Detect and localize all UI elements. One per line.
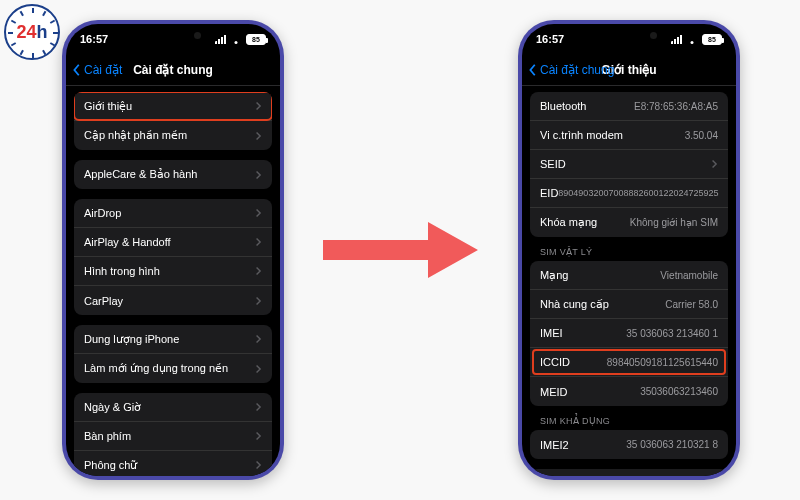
row-label: Cập nhật phần mềm xyxy=(84,129,187,142)
chevron-right-icon xyxy=(254,460,262,470)
row-label: IMEI xyxy=(540,327,563,339)
info-row[interactable]: Nhà cung cấpCarrier 58.0 xyxy=(530,290,728,319)
settings-row[interactable]: Cập nhật phần mềm xyxy=(74,121,272,150)
row-label: Bàn phím xyxy=(84,430,131,442)
chevron-right-icon xyxy=(254,131,262,141)
settings-row[interactable]: Dung lượng iPhone xyxy=(74,325,272,354)
row-label: MEID xyxy=(540,386,568,398)
row-value: Carrier 58.0 xyxy=(665,299,718,310)
settings-row[interactable]: Hình trong hình xyxy=(74,257,272,286)
settings-row[interactable]: AirPlay & Handoff xyxy=(74,228,272,257)
chevron-left-icon xyxy=(528,63,538,77)
wifi-icon xyxy=(686,35,698,44)
settings-group: Ngày & GiờBàn phímPhông chữNgôn ngữ & Vù… xyxy=(74,393,272,476)
back-label: Cài đặt xyxy=(84,63,122,77)
row-label: AppleCare & Bảo hành xyxy=(84,168,197,181)
sim-group: MạngVietnamobileNhà cung cấpCarrier 58.0… xyxy=(530,261,728,406)
info-row[interactable]: Khóa mạngKhông giới hạn SIM xyxy=(530,208,728,237)
wifi-icon xyxy=(230,35,242,44)
info-group: BluetoothE8:78:65:36:A8:A5Vi c.trình mod… xyxy=(530,92,728,237)
phone-right: 16:57 85 Cài đặt chung Giới thiệu Blueto… xyxy=(518,20,740,480)
row-label: Bluetooth xyxy=(540,100,586,112)
status-time: 16:57 xyxy=(80,33,108,45)
row-label: Vi c.trình modem xyxy=(540,129,623,141)
info-row[interactable]: ICCID89840509181125615440 xyxy=(530,348,728,377)
chevron-right-icon xyxy=(254,364,262,374)
sim2-group: IMEI235 036063 210321 8 xyxy=(530,430,728,459)
settings-row[interactable]: Làm mới ứng dụng trong nền xyxy=(74,354,272,383)
section-header: SIM KHẢ DỤNG xyxy=(522,406,736,428)
settings-row[interactable]: Bàn phím xyxy=(74,422,272,451)
info-row[interactable]: MEID35036063213460 xyxy=(530,377,728,406)
row-label: EID xyxy=(540,187,558,199)
row-label: IMEI2 xyxy=(540,439,569,451)
row-label: Khóa mạng xyxy=(540,216,597,229)
chevron-right-icon xyxy=(254,266,262,276)
info-row[interactable]: Vi c.trình modem3.50.04 xyxy=(530,121,728,150)
info-row[interactable]: SEID xyxy=(530,150,728,179)
chevron-right-icon xyxy=(254,237,262,247)
row-value: Không giới hạn SIM xyxy=(630,217,718,228)
row-value: 89840509181125615440 xyxy=(607,357,718,368)
nav-bar: Cài đặt Cài đặt chung xyxy=(66,54,280,86)
settings-row[interactable]: AppleCare & Bảo hành xyxy=(74,160,272,189)
row-value: 35036063213460 xyxy=(640,386,718,397)
settings-row[interactable]: Phông chữ xyxy=(74,451,272,476)
row-label: Mạng xyxy=(540,269,568,282)
info-row[interactable]: BluetoothE8:78:65:36:A8:A5 xyxy=(530,92,728,121)
row-label: ICCID xyxy=(540,356,570,368)
row-label: Dung lượng iPhone xyxy=(84,333,179,346)
brand-logo: 24h xyxy=(4,4,60,60)
section-header: SIM VẬT LÝ xyxy=(522,237,736,259)
chevron-right-icon xyxy=(254,334,262,344)
row-label: Nhà cung cấp xyxy=(540,298,609,311)
settings-row[interactable]: Ngày & Giờ xyxy=(74,393,272,422)
row-value: Vietnamobile xyxy=(660,270,718,281)
row-label: Phông chữ xyxy=(84,459,137,472)
chevron-right-icon xyxy=(254,208,262,218)
row-value: 89049032007008882600122024725925 xyxy=(558,188,718,198)
notch xyxy=(583,24,675,46)
chevron-right-icon xyxy=(254,402,262,412)
arrow-icon xyxy=(318,210,488,290)
chevron-right-icon xyxy=(254,101,262,111)
row-value: E8:78:65:36:A8:A5 xyxy=(634,101,718,112)
info-row[interactable]: MạngVietnamobile xyxy=(530,261,728,290)
nav-bar: Cài đặt chung Giới thiệu xyxy=(522,54,736,86)
info-row[interactable]: EID89049032007008882600122024725925 xyxy=(530,179,728,208)
logo-h: h xyxy=(37,22,48,42)
info-row[interactable]: IMEI235 036063 210321 8 xyxy=(530,430,728,459)
cert-group: Cài đặt tin cậy chứng nhận xyxy=(530,469,728,476)
settings-group: Dung lượng iPhoneLàm mới ứng dụng trong … xyxy=(74,325,272,383)
row-value: 35 036063 213460 1 xyxy=(626,328,718,339)
logo-24: 24 xyxy=(16,22,36,42)
settings-row[interactable]: CarPlay xyxy=(74,286,272,315)
battery-icon: 85 xyxy=(246,34,266,45)
row-value: 35 036063 210321 8 xyxy=(626,439,718,450)
row-label: SEID xyxy=(540,158,566,170)
row-value: 3.50.04 xyxy=(685,130,718,141)
back-button[interactable]: Cài đặt chung xyxy=(528,63,614,77)
settings-row[interactable]: Giới thiệu xyxy=(74,92,272,121)
row-label: Làm mới ứng dụng trong nền xyxy=(84,362,228,375)
chevron-left-icon xyxy=(72,63,82,77)
row-label: Giới thiệu xyxy=(84,100,132,113)
notch xyxy=(127,24,219,46)
chevron-right-icon xyxy=(254,431,262,441)
battery-icon: 85 xyxy=(702,34,722,45)
row-label: AirDrop xyxy=(84,207,121,219)
row-label: Hình trong hình xyxy=(84,265,160,277)
phone-left: 16:57 85 Cài đặt Cài đặt chung Giới thiệ… xyxy=(62,20,284,480)
info-row[interactable]: IMEI35 036063 213460 1 xyxy=(530,319,728,348)
settings-row[interactable]: AirDrop xyxy=(74,199,272,228)
chevron-right-icon xyxy=(710,159,718,169)
row-label: CarPlay xyxy=(84,295,123,307)
settings-group: AppleCare & Bảo hành xyxy=(74,160,272,189)
status-time: 16:57 xyxy=(536,33,564,45)
back-button[interactable]: Cài đặt xyxy=(72,63,122,77)
cert-row[interactable]: Cài đặt tin cậy chứng nhận xyxy=(530,469,728,476)
chevron-right-icon xyxy=(254,296,262,306)
row-label: AirPlay & Handoff xyxy=(84,236,171,248)
settings-group: AirDropAirPlay & HandoffHình trong hìnhC… xyxy=(74,199,272,315)
back-label: Cài đặt chung xyxy=(540,63,614,77)
